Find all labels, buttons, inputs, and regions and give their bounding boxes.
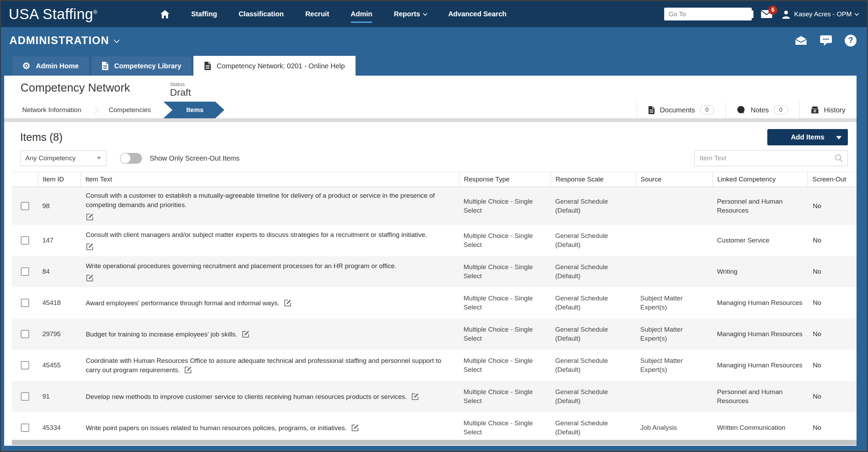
- row-checkbox[interactable]: [21, 361, 29, 369]
- table-row: 45418 Award employees' performance throu…: [12, 287, 857, 318]
- item-text: Write operational procedures governing r…: [86, 262, 397, 270]
- row-checkbox[interactable]: [21, 202, 29, 210]
- administration-menu[interactable]: ADMINISTRATION: [9, 34, 119, 47]
- linked-competency: Personnel and Human Resources: [712, 387, 808, 406]
- edit-icon[interactable]: [86, 213, 94, 221]
- document-icon: [648, 106, 655, 114]
- row-checkbox[interactable]: [21, 236, 29, 245]
- response-scale: General Schedule (Default): [551, 263, 636, 281]
- row-checkbox[interactable]: [21, 330, 29, 338]
- nav-item-recruit[interactable]: Recruit: [305, 10, 329, 18]
- response-scale: General Schedule (Default): [551, 294, 636, 312]
- chevron-down-icon: [854, 11, 859, 16]
- nav-item-advanced-search[interactable]: Advanced Search: [448, 10, 507, 18]
- nav-item-admin[interactable]: Admin: [351, 10, 372, 18]
- add-items-button[interactable]: Add Items: [767, 129, 848, 145]
- filter-row: Any Competency Show Only Screen-Out Item…: [20, 150, 848, 166]
- notifications-mail-button[interactable]: 6: [761, 10, 773, 18]
- appbar-icons: ?: [795, 35, 857, 46]
- source: Subject Matter Expert(s): [636, 325, 712, 343]
- horizontal-scrollbar[interactable]: [12, 440, 857, 445]
- linked-competency: Written Communication: [712, 423, 808, 432]
- brand-registered-mark: ®: [93, 9, 97, 15]
- row-checkbox[interactable]: [21, 424, 29, 432]
- screen-out-toggle[interactable]: [120, 153, 142, 164]
- screen-out: No: [808, 299, 857, 307]
- row-checkbox[interactable]: [21, 392, 29, 401]
- table-row: 98 Consult with a customer to establish …: [12, 187, 857, 225]
- status-block: Status Draft: [170, 81, 191, 98]
- competency-filter-select[interactable]: Any Competency: [20, 151, 106, 166]
- tab-competency-library[interactable]: Competency Library: [91, 56, 192, 76]
- brand-logo[interactable]: USA Staffing®: [9, 6, 98, 23]
- edit-icon[interactable]: [284, 299, 292, 307]
- table-row: 29795 Budget for training to increase em…: [12, 318, 857, 350]
- notes-link[interactable]: Notes 0: [725, 102, 799, 118]
- response-scale: General Schedule (Default): [551, 231, 636, 249]
- edit-icon[interactable]: [86, 242, 94, 251]
- user-menu[interactable]: Kasey Acres - OPM: [782, 10, 858, 19]
- header-linked-competency: Linked Competency: [712, 172, 808, 187]
- documents-link[interactable]: Documents 0: [637, 102, 725, 118]
- item-id: 45418: [38, 299, 81, 307]
- chevron-separator-icon: [91, 106, 99, 113]
- table-body: 98 Consult with a customer to establish …: [12, 187, 857, 438]
- response-type: Multiple Choice - Single Select: [459, 387, 551, 406]
- notes-count-badge: 0: [774, 105, 788, 114]
- screen-out: No: [808, 361, 857, 369]
- goto-input[interactable]: [668, 10, 753, 18]
- step-competencies[interactable]: Competencies: [98, 102, 161, 118]
- response-scale: General Schedule (Default): [551, 419, 636, 437]
- tab-admin-home[interactable]: ⚙ Admin Home: [11, 56, 90, 76]
- table-row: 84 Write operational procedures governin…: [12, 256, 857, 287]
- screen-out: No: [808, 202, 857, 210]
- item-text-searchbox[interactable]: [694, 150, 848, 166]
- table-row: 147 Consult with client managers and/or …: [12, 225, 857, 256]
- item-text: Consult with client managers and/or subj…: [86, 231, 427, 238]
- response-type: Multiple Choice - Single Select: [459, 263, 551, 281]
- item-text: Coordinate with Human Resources Office t…: [86, 357, 441, 374]
- source: Job Analysis: [636, 423, 712, 432]
- step-network-information[interactable]: Network Information: [12, 102, 92, 118]
- help-icon[interactable]: ?: [845, 35, 857, 46]
- history-label: History: [824, 106, 845, 114]
- mail-icon[interactable]: [795, 36, 807, 45]
- brand-text: USA Staffing: [9, 6, 93, 22]
- notes-label: Notes: [751, 106, 769, 114]
- nav-item-classification[interactable]: Classification: [239, 10, 284, 18]
- response-type: Multiple Choice - Single Select: [459, 197, 551, 215]
- item-text: Develop new methods to improve customer …: [86, 393, 407, 400]
- table-row: 45455 Coordinate with Human Resources Of…: [12, 350, 857, 381]
- edit-icon[interactable]: [242, 330, 250, 338]
- history-link[interactable]: History: [799, 102, 857, 118]
- chat-icon[interactable]: [820, 35, 832, 46]
- goto-searchbox[interactable]: [664, 8, 752, 20]
- page-title: Competency Network: [20, 81, 130, 94]
- document-icon: [102, 61, 109, 70]
- tab-competency-network[interactable]: Competency Network: 0201 - Online Help: [193, 56, 356, 76]
- item-id: 98: [38, 202, 81, 210]
- row-checkbox[interactable]: [21, 267, 29, 276]
- item-text: Consult with a customer to establish a m…: [86, 192, 435, 208]
- step-items[interactable]: Items: [163, 102, 224, 118]
- chevron-down-icon: [836, 136, 842, 139]
- row-checkbox[interactable]: [21, 299, 29, 307]
- edit-icon[interactable]: [86, 274, 94, 282]
- header-screen-out: Screen-Out: [808, 172, 857, 187]
- app-window: USA Staffing® Staffing Classification Re…: [0, 0, 868, 452]
- edit-icon[interactable]: [351, 424, 359, 432]
- item-text: Write point papers on issues related to …: [86, 424, 347, 432]
- tab-label: Admin Home: [36, 62, 78, 70]
- home-button[interactable]: [160, 10, 170, 19]
- section-subnav: Network Information Competencies Items D…: [4, 102, 857, 119]
- item-id: 91: [38, 393, 81, 400]
- edit-icon[interactable]: [184, 366, 192, 374]
- tab-label: Competency Library: [114, 62, 181, 70]
- tab-label: Competency Network: 0201 - Online Help: [217, 62, 345, 70]
- linked-competency: Personnel and Human Resources: [712, 197, 808, 215]
- add-items-label: Add Items: [791, 133, 825, 141]
- nav-item-reports[interactable]: Reports: [394, 10, 427, 18]
- nav-item-staffing[interactable]: Staffing: [191, 10, 217, 18]
- item-text-search-input[interactable]: [700, 154, 834, 162]
- edit-icon[interactable]: [411, 392, 419, 401]
